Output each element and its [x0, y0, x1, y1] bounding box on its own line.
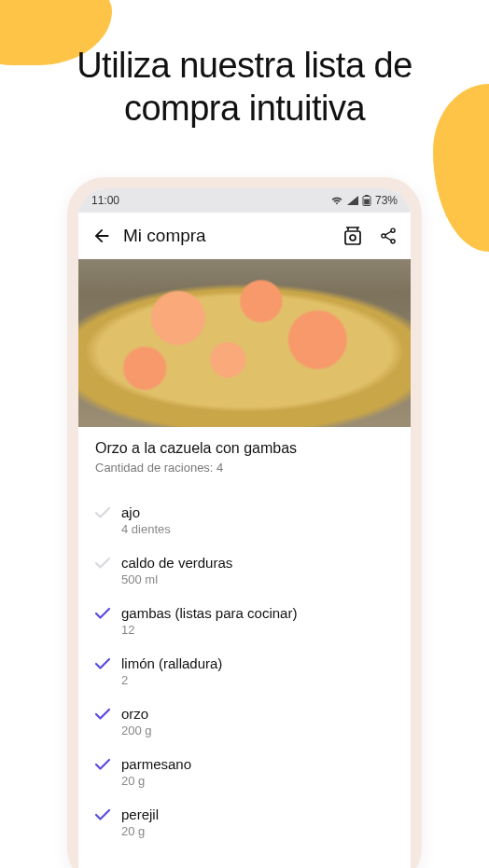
ingredient-name: gambas (listas para cocinar)	[121, 605, 297, 621]
share-icon[interactable]	[379, 226, 398, 246]
ingredient-row[interactable]: caldo de verduras500 ml	[95, 545, 394, 596]
ingredient-row[interactable]: orzo200 g	[95, 696, 394, 747]
headline-line-1: Utiliza nuestra lista de	[77, 46, 412, 85]
ingredient-qty: 4 dientes	[121, 522, 171, 536]
check-icon	[95, 557, 114, 570]
app-bar: Mi compra	[78, 213, 411, 259]
pantry-icon[interactable]	[343, 226, 362, 246]
ingredient-qty: 500 ml	[121, 572, 232, 586]
check-icon	[95, 607, 114, 620]
ingredient-qty: 200 g	[121, 723, 152, 737]
page-title: Mi compra	[123, 226, 343, 246]
ingredient-qty: 20 g	[121, 824, 159, 838]
ingredient-qty: 20 g	[121, 774, 191, 788]
svg-line-7	[385, 231, 391, 235]
ingredient-name: ajo	[121, 504, 171, 520]
svg-line-8	[385, 237, 391, 241]
svg-point-6	[391, 239, 395, 242]
battery-percent: 73%	[375, 194, 398, 207]
recipe-servings: Cantidad de raciones: 4	[95, 461, 394, 475]
phone-frame: 11:00 73% Mi compra	[67, 177, 422, 868]
battery-icon	[362, 195, 371, 206]
svg-rect-2	[364, 200, 370, 205]
svg-point-4	[391, 228, 395, 232]
ingredient-name: perejil	[121, 806, 159, 822]
recipe-title: Orzo a la cazuela con gambas	[95, 440, 394, 457]
wifi-icon	[330, 196, 343, 205]
check-icon	[95, 808, 114, 821]
ingredient-row[interactable]: parmesano20 g	[95, 747, 394, 797]
ingredient-qty: 12	[121, 623, 297, 637]
svg-point-5	[382, 233, 385, 237]
status-time: 11:00	[91, 194, 119, 207]
check-icon	[95, 708, 114, 721]
ingredient-name: limón (ralladura)	[121, 655, 222, 671]
back-button[interactable]	[91, 226, 114, 246]
headline-line-2: compra intuitiva	[124, 89, 365, 128]
check-icon	[95, 758, 114, 771]
ingredient-name: orzo	[121, 706, 152, 722]
ingredient-row[interactable]: limón (ralladura)2	[95, 646, 394, 696]
ingredient-list: ajo4 dientescaldo de verduras500 mlgamba…	[95, 495, 394, 847]
status-bar: 11:00 73%	[78, 188, 411, 213]
phone-screen: 11:00 73% Mi compra	[78, 188, 411, 868]
ingredient-row[interactable]: ajo4 dientes	[95, 495, 394, 545]
signal-icon	[347, 196, 358, 205]
headline: Utiliza nuestra lista de compra intuitiv…	[0, 0, 489, 130]
ingredient-row[interactable]: perejil20 g	[95, 797, 394, 847]
ingredient-name: caldo de verduras	[121, 555, 232, 571]
check-icon	[95, 657, 114, 670]
ingredient-row[interactable]: gambas (listas para cocinar)12	[95, 596, 394, 646]
recipe-hero-image	[78, 259, 411, 427]
svg-point-3	[350, 235, 356, 241]
ingredient-qty: 2	[121, 673, 222, 687]
ingredient-name: parmesano	[121, 756, 191, 772]
check-icon	[95, 506, 114, 519]
